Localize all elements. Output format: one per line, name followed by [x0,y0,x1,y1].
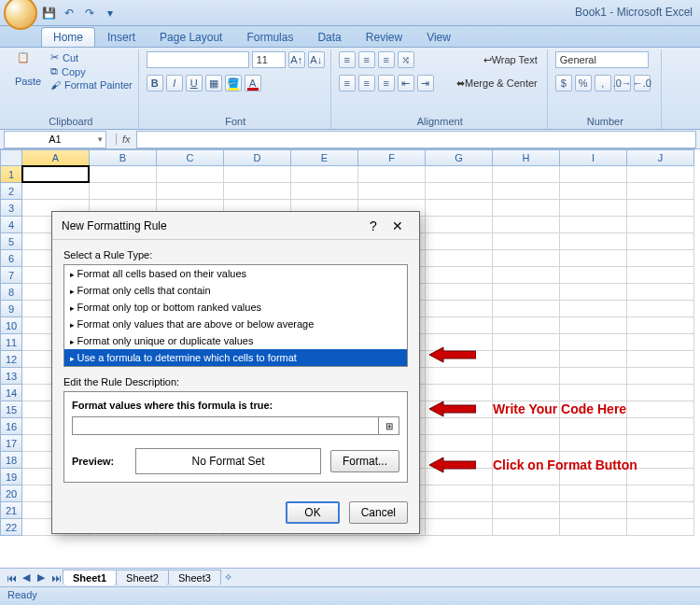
cell-J9[interactable] [627,301,694,317]
column-header-A[interactable]: A [22,149,90,166]
cell-J11[interactable] [627,334,694,351]
cell-G4[interactable] [426,217,493,233]
column-header-E[interactable]: E [291,149,358,166]
cell-G21[interactable] [426,502,493,519]
cell-J3[interactable] [627,200,694,217]
cell-A2[interactable] [22,183,90,200]
cell-G20[interactable] [426,485,493,502]
font-family-select[interactable] [147,51,249,68]
cell-H22[interactable] [493,519,560,536]
increase-indent-icon[interactable]: ⇥ [417,75,434,91]
wrap-text-button[interactable]: ↩ Wrap Text [480,51,541,68]
rule-type-option[interactable]: Format only top or bottom ranked values [64,299,407,316]
row-header-4[interactable]: 4 [0,217,22,233]
cell-J10[interactable] [627,317,694,334]
tab-insert[interactable]: Insert [95,27,147,47]
row-header-12[interactable]: 12 [0,351,22,368]
cell-A1[interactable] [21,165,90,183]
cell-H8[interactable] [493,284,560,301]
tab-data[interactable]: Data [305,27,353,47]
row-header-22[interactable]: 22 [0,519,22,536]
row-header-15[interactable]: 15 [0,401,22,418]
cell-B1[interactable] [90,166,157,183]
align-top-icon[interactable]: ≡ [339,51,356,68]
column-header-D[interactable]: D [224,149,291,166]
cell-H10[interactable] [493,317,560,334]
tab-view[interactable]: View [414,27,463,47]
row-header-14[interactable]: 14 [0,385,22,401]
tab-formulas[interactable]: Formulas [234,27,305,47]
cell-I22[interactable] [560,519,627,536]
cell-H21[interactable] [493,502,560,519]
percent-icon[interactable]: % [575,75,592,91]
cell-J18[interactable] [627,452,694,469]
column-header-H[interactable]: H [493,149,560,166]
sheet-nav-prev-icon[interactable]: ◀ [19,570,34,585]
border-button[interactable]: ▦ [205,75,222,91]
cell-G17[interactable] [426,435,493,452]
rule-type-option[interactable]: Use a formula to determine which cells t… [64,349,407,366]
cell-J14[interactable] [627,385,694,401]
row-header-3[interactable]: 3 [0,200,22,217]
cell-H1[interactable] [493,166,560,183]
cell-G16[interactable] [426,418,493,435]
cell-I20[interactable] [560,485,627,502]
cell-J21[interactable] [627,502,694,519]
name-box[interactable]: A1 [4,131,106,148]
row-header-5[interactable]: 5 [0,233,22,250]
cell-H5[interactable] [493,233,560,250]
row-header-8[interactable]: 8 [0,284,22,301]
cell-J19[interactable] [627,469,694,485]
cell-J7[interactable] [627,267,694,284]
cell-F1[interactable] [358,166,426,183]
tab-page-layout[interactable]: Page Layout [147,27,234,47]
cell-J2[interactable] [627,183,694,200]
rule-type-option[interactable]: Format all cells based on their values [64,265,407,282]
cell-D1[interactable] [224,166,291,183]
cell-F2[interactable] [358,183,426,200]
cell-H17[interactable] [493,435,560,452]
column-header-I[interactable]: I [560,149,627,166]
cell-H12[interactable] [493,351,560,368]
cell-G3[interactable] [426,200,493,217]
paste-button[interactable]: 📋 Paste [9,51,47,87]
cell-H9[interactable] [493,301,560,317]
cell-H16[interactable] [493,418,560,435]
rule-type-option[interactable]: Format only unique or duplicate values [64,332,407,349]
cell-J12[interactable] [627,351,694,368]
align-left-icon[interactable]: ≡ [339,75,356,91]
qat-dropdown-icon[interactable]: ▾ [103,6,118,21]
cut-button[interactable]: ✂ Cut [50,51,133,63]
cell-G7[interactable] [426,267,493,284]
align-right-icon[interactable]: ≡ [378,75,395,91]
cell-G8[interactable] [426,284,493,301]
comma-icon[interactable]: , [595,75,611,91]
format-button[interactable]: Format... [330,450,399,472]
cell-J15[interactable] [627,401,694,418]
rule-type-list[interactable]: Format all cells based on their valuesFo… [63,264,408,367]
cell-I3[interactable] [560,200,627,217]
row-header-11[interactable]: 11 [0,334,22,351]
cell-I2[interactable] [560,183,627,200]
row-header-6[interactable]: 6 [0,250,22,267]
column-header-G[interactable]: G [426,149,493,166]
dialog-help-button[interactable]: ? [361,218,385,233]
row-header-20[interactable]: 20 [0,485,22,502]
tab-home[interactable]: Home [41,27,95,47]
cell-I4[interactable] [560,217,627,233]
cell-G5[interactable] [426,233,493,250]
orientation-icon[interactable]: ⤭ [398,51,414,68]
sheet-tab-1[interactable]: Sheet1 [63,570,117,585]
cell-I10[interactable] [560,317,627,334]
cell-J16[interactable] [627,418,694,435]
rule-type-option[interactable]: Format only values that are above or bel… [64,316,407,332]
cell-G9[interactable] [426,301,493,317]
font-color-button[interactable]: A [245,75,261,91]
cell-J1[interactable] [627,166,694,183]
sheet-nav-next-icon[interactable]: ▶ [34,570,49,585]
cell-I1[interactable] [560,166,627,183]
row-header-9[interactable]: 9 [0,301,22,317]
cell-I12[interactable] [560,351,627,368]
cell-J20[interactable] [627,485,694,502]
merge-center-button[interactable]: ⬌ Merge & Center [453,75,541,91]
